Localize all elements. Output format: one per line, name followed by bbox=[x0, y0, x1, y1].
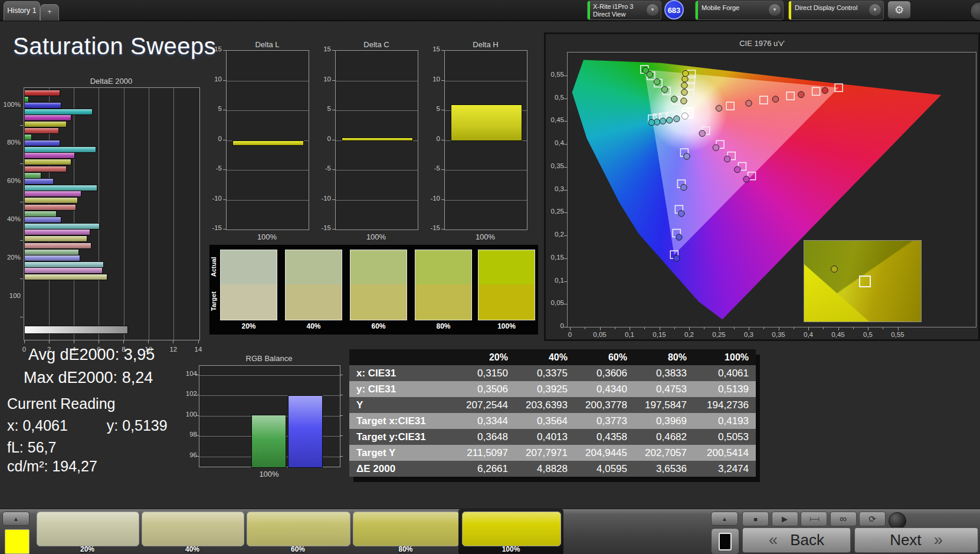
x-tick-label: 0,4 bbox=[795, 331, 821, 338]
measured-marker-cyan bbox=[674, 116, 680, 122]
chart-title: Delta H bbox=[435, 40, 536, 49]
axis-tick bbox=[674, 327, 675, 329]
grid-line bbox=[227, 81, 309, 81]
source-dropdown[interactable]: Mobile Forge ▼ bbox=[695, 1, 784, 20]
table-cell: 4,8828 bbox=[515, 461, 575, 477]
stop-button[interactable]: ■ bbox=[742, 512, 769, 526]
table-cell: 0,3150 bbox=[455, 365, 515, 381]
x-tick-label: 14 bbox=[190, 346, 207, 353]
meter-status-bar bbox=[588, 1, 590, 19]
measured-marker-green bbox=[661, 87, 667, 93]
measured-marker-cyan bbox=[648, 119, 654, 125]
axis-dash bbox=[223, 229, 226, 230]
y-tick-label: 102 bbox=[181, 390, 197, 397]
axis-dash bbox=[332, 229, 335, 230]
measured-marker-cyan bbox=[666, 117, 672, 123]
column-header: 100% bbox=[694, 349, 756, 365]
results-table: 20%40%60%80%100%x: CIE310,31500,33750,36… bbox=[349, 349, 756, 477]
table-cell: 0,4340 bbox=[575, 381, 634, 397]
y-tick-label: 0,3 bbox=[543, 185, 564, 192]
play-button[interactable]: ▶ bbox=[772, 512, 798, 526]
avg-de2000: Avg dE2000: 3,95 bbox=[28, 346, 155, 364]
measurement-count-badge: 683 bbox=[664, 0, 684, 19]
de-bar-cyan bbox=[24, 261, 104, 268]
y-tick-label: 15 bbox=[422, 45, 440, 53]
y-tick-label: 0,5 bbox=[543, 94, 564, 101]
compare-swatch bbox=[478, 250, 535, 320]
de-bar-magenta bbox=[24, 267, 103, 274]
de-bar-cyan bbox=[24, 185, 97, 191]
table-cell: 0,3969 bbox=[634, 413, 694, 429]
current-xy: x: 0,4061 y: 0,5139 bbox=[7, 417, 168, 434]
axis-tick bbox=[689, 327, 690, 330]
refresh-icon: ⟳ bbox=[868, 514, 876, 524]
axis-tick bbox=[883, 327, 883, 329]
table-cell: 0,4193 bbox=[694, 413, 756, 429]
table-cell: 0,4753 bbox=[634, 381, 694, 397]
de-bar-cyan bbox=[24, 223, 100, 230]
loop-button[interactable]: ∞ bbox=[830, 512, 857, 526]
axis-tick bbox=[615, 327, 615, 329]
de-bar-green bbox=[24, 249, 79, 255]
de-bar-red bbox=[24, 242, 91, 249]
new-tab-button[interactable]: + bbox=[40, 4, 59, 21]
refresh-button[interactable]: ⟳ bbox=[859, 512, 886, 526]
tab-history-1[interactable]: History 1 bbox=[4, 1, 40, 21]
de-bar-magenta bbox=[24, 114, 71, 121]
x-axis-label: 100% bbox=[199, 470, 339, 478]
de-bar-blue bbox=[24, 255, 80, 261]
interval-button[interactable]: ⊢⊣ bbox=[801, 512, 827, 526]
group-label: 100 bbox=[0, 292, 21, 299]
axis-dash bbox=[441, 50, 444, 51]
table-row: Target x:CIE310,33440,35640,37730,39690,… bbox=[349, 413, 756, 429]
measured-marker-red bbox=[822, 87, 828, 93]
table-cell: 203,6393 bbox=[515, 397, 575, 413]
plot-area bbox=[335, 50, 418, 230]
de-bar-red bbox=[24, 204, 76, 211]
axis-dash bbox=[441, 80, 444, 81]
x-axis-label: 100% bbox=[444, 232, 526, 241]
row-label: Target Y bbox=[349, 445, 455, 461]
inset-measured-marker bbox=[831, 265, 838, 273]
y-tick-label: -5 bbox=[313, 165, 331, 172]
stop-icon: ■ bbox=[753, 516, 758, 523]
partial-edge-button[interactable] bbox=[970, 2, 980, 21]
axis-tick bbox=[868, 327, 868, 330]
y-tick-label: 0 bbox=[422, 135, 440, 142]
y-tick-label: 0,2 bbox=[543, 231, 564, 238]
axis-tick bbox=[644, 327, 645, 329]
axis-dash bbox=[20, 317, 23, 317]
x-tick-label: 0,25 bbox=[706, 331, 732, 338]
meter-dropdown[interactable]: X-Rite i1Pro 3 Direct View ▼ bbox=[587, 1, 661, 20]
meter-mode: Direct View bbox=[593, 11, 633, 18]
table-cell: 0,4013 bbox=[515, 429, 575, 445]
next-button[interactable]: Next » bbox=[854, 527, 978, 553]
measured-marker-yellow bbox=[681, 83, 687, 88]
settings-button[interactable]: ⚙ bbox=[887, 1, 911, 19]
axis-dash bbox=[223, 50, 226, 51]
axis-dash bbox=[20, 278, 23, 279]
y-tick-label: -10 bbox=[313, 195, 331, 202]
axis-tick bbox=[734, 327, 735, 329]
target-color bbox=[478, 284, 535, 320]
axis-tick bbox=[123, 340, 124, 343]
compare-label: 100% bbox=[478, 322, 535, 330]
grid-line bbox=[445, 81, 527, 81]
table-cell: 0,4682 bbox=[634, 429, 694, 445]
back-button[interactable]: « Back bbox=[742, 527, 851, 553]
table-header-row: 20%40%60%80%100% bbox=[349, 349, 756, 365]
x-tick-label: 0,45 bbox=[825, 331, 851, 338]
table-cell: 207,7971 bbox=[515, 445, 575, 461]
axis-dash bbox=[340, 375, 343, 375]
control-dropdown[interactable]: Direct Display Control ▼ bbox=[788, 1, 884, 20]
de-bar-cyan bbox=[24, 109, 93, 115]
y-tick-label: -15 bbox=[204, 224, 222, 231]
table-row: Target y:CIE310,36480,40130,43580,46820,… bbox=[349, 429, 756, 445]
axis-tick bbox=[808, 327, 809, 330]
bottom-bar: ▲ 20%40%60%80%100% ▲ ■▶⊢⊣∞⟳ « Back Next … bbox=[0, 509, 980, 554]
row-label: ΔE 2000 bbox=[349, 461, 455, 477]
grid-line bbox=[336, 81, 418, 81]
axis-dash bbox=[340, 415, 343, 416]
row-label: Target y:CIE31 bbox=[349, 429, 455, 445]
de-bar-green bbox=[24, 134, 32, 140]
